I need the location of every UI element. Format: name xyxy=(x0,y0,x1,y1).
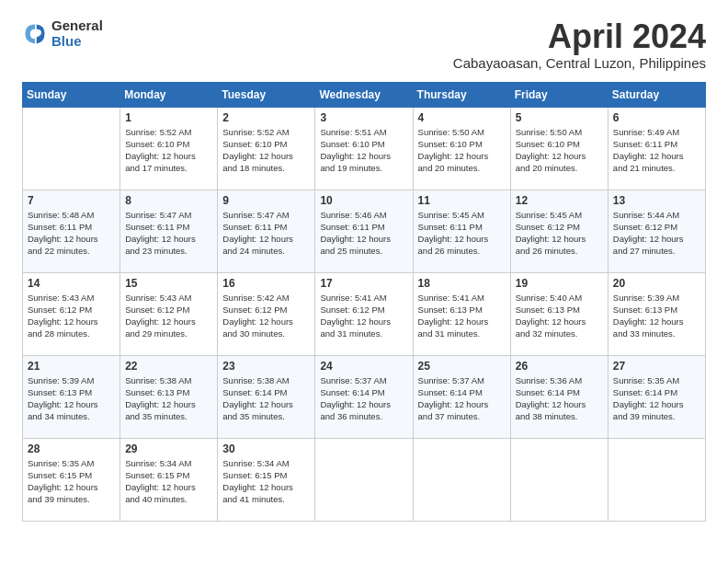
day-number: 30 xyxy=(222,442,310,455)
header: General Blue April 2024 Cabayaoasan, Cen… xyxy=(22,18,706,71)
day-number: 8 xyxy=(125,194,212,207)
day-info: Sunrise: 5:46 AM Sunset: 6:11 PM Dayligh… xyxy=(320,209,407,258)
month-title: April 2024 xyxy=(453,18,706,55)
day-number: 5 xyxy=(516,111,603,124)
logo: General Blue xyxy=(22,18,103,49)
calendar-cell: 8Sunrise: 5:47 AM Sunset: 6:11 PM Daylig… xyxy=(120,190,218,272)
calendar-cell: 4Sunrise: 5:50 AM Sunset: 6:10 PM Daylig… xyxy=(413,107,510,190)
day-number: 12 xyxy=(516,194,603,207)
weekday-header-sunday: Sunday xyxy=(23,82,120,107)
day-info: Sunrise: 5:47 AM Sunset: 6:11 PM Dayligh… xyxy=(222,209,310,258)
calendar-cell: 19Sunrise: 5:40 AM Sunset: 6:13 PM Dayli… xyxy=(510,272,608,355)
day-number: 27 xyxy=(613,360,700,373)
day-number: 24 xyxy=(320,360,407,373)
day-info: Sunrise: 5:48 AM Sunset: 6:11 PM Dayligh… xyxy=(28,209,115,258)
weekday-header-friday: Friday xyxy=(510,82,608,107)
day-number: 18 xyxy=(418,277,506,290)
calendar-cell: 18Sunrise: 5:41 AM Sunset: 6:13 PM Dayli… xyxy=(413,272,510,355)
calendar-cell: 26Sunrise: 5:36 AM Sunset: 6:14 PM Dayli… xyxy=(510,355,608,438)
calendar-cell: 23Sunrise: 5:38 AM Sunset: 6:14 PM Dayli… xyxy=(218,355,315,438)
calendar-cell: 20Sunrise: 5:39 AM Sunset: 6:13 PM Dayli… xyxy=(608,272,705,355)
day-info: Sunrise: 5:40 AM Sunset: 6:13 PM Dayligh… xyxy=(516,292,603,340)
day-info: Sunrise: 5:45 AM Sunset: 6:12 PM Dayligh… xyxy=(516,209,603,258)
day-info: Sunrise: 5:50 AM Sunset: 6:10 PM Dayligh… xyxy=(516,126,603,175)
day-number: 21 xyxy=(28,360,115,373)
day-number: 3 xyxy=(320,111,407,124)
day-info: Sunrise: 5:47 AM Sunset: 6:11 PM Dayligh… xyxy=(125,209,212,258)
title-area: April 2024 Cabayaoasan, Central Luzon, P… xyxy=(453,18,706,71)
calendar-cell: 29Sunrise: 5:34 AM Sunset: 6:15 PM Dayli… xyxy=(120,438,218,521)
day-info: Sunrise: 5:43 AM Sunset: 6:12 PM Dayligh… xyxy=(125,292,212,340)
day-info: Sunrise: 5:39 AM Sunset: 6:13 PM Dayligh… xyxy=(28,374,115,423)
weekday-header-saturday: Saturday xyxy=(608,82,705,107)
day-info: Sunrise: 5:52 AM Sunset: 6:10 PM Dayligh… xyxy=(125,126,212,175)
logo-blue-text: Blue xyxy=(51,34,103,50)
calendar-cell: 15Sunrise: 5:43 AM Sunset: 6:12 PM Dayli… xyxy=(120,272,218,355)
day-number: 10 xyxy=(320,194,407,207)
day-info: Sunrise: 5:52 AM Sunset: 6:10 PM Dayligh… xyxy=(222,126,310,175)
day-number: 4 xyxy=(418,111,506,124)
calendar-cell: 22Sunrise: 5:38 AM Sunset: 6:13 PM Dayli… xyxy=(120,355,218,438)
day-number: 1 xyxy=(125,111,212,124)
calendar-week-row: 21Sunrise: 5:39 AM Sunset: 6:13 PM Dayli… xyxy=(23,355,706,438)
day-number: 26 xyxy=(516,360,603,373)
calendar-cell xyxy=(413,438,510,521)
day-number: 25 xyxy=(418,360,506,373)
day-number: 19 xyxy=(516,277,603,290)
weekday-header-tuesday: Tuesday xyxy=(218,82,315,107)
day-info: Sunrise: 5:45 AM Sunset: 6:11 PM Dayligh… xyxy=(418,209,506,258)
day-info: Sunrise: 5:34 AM Sunset: 6:15 PM Dayligh… xyxy=(222,457,310,506)
day-number: 14 xyxy=(28,277,115,290)
day-number: 23 xyxy=(222,360,310,373)
calendar-cell: 17Sunrise: 5:41 AM Sunset: 6:12 PM Dayli… xyxy=(315,272,413,355)
weekday-header-thursday: Thursday xyxy=(413,82,510,107)
day-number: 15 xyxy=(125,277,212,290)
weekday-header-wednesday: Wednesday xyxy=(315,82,413,107)
calendar-week-row: 7Sunrise: 5:48 AM Sunset: 6:11 PM Daylig… xyxy=(23,190,706,272)
day-info: Sunrise: 5:38 AM Sunset: 6:13 PM Dayligh… xyxy=(125,374,212,423)
day-info: Sunrise: 5:35 AM Sunset: 6:14 PM Dayligh… xyxy=(613,374,700,423)
logo-general-text: General xyxy=(51,18,103,34)
calendar-week-row: 1Sunrise: 5:52 AM Sunset: 6:10 PM Daylig… xyxy=(23,107,706,190)
calendar-cell: 6Sunrise: 5:49 AM Sunset: 6:11 PM Daylig… xyxy=(608,107,705,190)
calendar-cell: 27Sunrise: 5:35 AM Sunset: 6:14 PM Dayli… xyxy=(608,355,705,438)
day-number: 2 xyxy=(222,111,310,124)
day-info: Sunrise: 5:51 AM Sunset: 6:10 PM Dayligh… xyxy=(320,126,407,175)
logo-icon xyxy=(22,21,48,47)
day-info: Sunrise: 5:44 AM Sunset: 6:12 PM Dayligh… xyxy=(613,209,700,258)
calendar-cell: 14Sunrise: 5:43 AM Sunset: 6:12 PM Dayli… xyxy=(23,272,120,355)
calendar-cell: 30Sunrise: 5:34 AM Sunset: 6:15 PM Dayli… xyxy=(218,438,315,521)
day-number: 17 xyxy=(320,277,407,290)
calendar-week-row: 14Sunrise: 5:43 AM Sunset: 6:12 PM Dayli… xyxy=(23,272,706,355)
calendar-cell: 11Sunrise: 5:45 AM Sunset: 6:11 PM Dayli… xyxy=(413,190,510,272)
calendar-cell xyxy=(23,107,120,190)
calendar-cell xyxy=(315,438,413,521)
day-info: Sunrise: 5:35 AM Sunset: 6:15 PM Dayligh… xyxy=(28,457,115,506)
calendar-table: SundayMondayTuesdayWednesdayThursdayFrid… xyxy=(22,82,706,522)
day-number: 16 xyxy=(222,277,310,290)
day-number: 20 xyxy=(613,277,700,290)
day-info: Sunrise: 5:50 AM Sunset: 6:10 PM Dayligh… xyxy=(418,126,506,175)
calendar-cell xyxy=(608,438,705,521)
day-info: Sunrise: 5:34 AM Sunset: 6:15 PM Dayligh… xyxy=(125,457,212,506)
day-info: Sunrise: 5:41 AM Sunset: 6:12 PM Dayligh… xyxy=(320,292,407,340)
calendar-cell: 25Sunrise: 5:37 AM Sunset: 6:14 PM Dayli… xyxy=(413,355,510,438)
day-number: 9 xyxy=(222,194,310,207)
day-number: 13 xyxy=(613,194,700,207)
day-number: 11 xyxy=(418,194,506,207)
calendar-cell: 7Sunrise: 5:48 AM Sunset: 6:11 PM Daylig… xyxy=(23,190,120,272)
calendar-cell: 28Sunrise: 5:35 AM Sunset: 6:15 PM Dayli… xyxy=(23,438,120,521)
day-info: Sunrise: 5:37 AM Sunset: 6:14 PM Dayligh… xyxy=(418,374,506,423)
location-title: Cabayaoasan, Central Luzon, Philippines xyxy=(453,55,706,71)
calendar-cell: 13Sunrise: 5:44 AM Sunset: 6:12 PM Dayli… xyxy=(608,190,705,272)
day-info: Sunrise: 5:42 AM Sunset: 6:12 PM Dayligh… xyxy=(222,292,310,340)
calendar-cell: 1Sunrise: 5:52 AM Sunset: 6:10 PM Daylig… xyxy=(120,107,218,190)
calendar-cell: 16Sunrise: 5:42 AM Sunset: 6:12 PM Dayli… xyxy=(218,272,315,355)
calendar-cell: 2Sunrise: 5:52 AM Sunset: 6:10 PM Daylig… xyxy=(218,107,315,190)
day-number: 22 xyxy=(125,360,212,373)
calendar-cell xyxy=(510,438,608,521)
day-info: Sunrise: 5:36 AM Sunset: 6:14 PM Dayligh… xyxy=(516,374,603,423)
day-info: Sunrise: 5:37 AM Sunset: 6:14 PM Dayligh… xyxy=(320,374,407,423)
calendar-cell: 10Sunrise: 5:46 AM Sunset: 6:11 PM Dayli… xyxy=(315,190,413,272)
weekday-header-row: SundayMondayTuesdayWednesdayThursdayFrid… xyxy=(23,82,706,107)
